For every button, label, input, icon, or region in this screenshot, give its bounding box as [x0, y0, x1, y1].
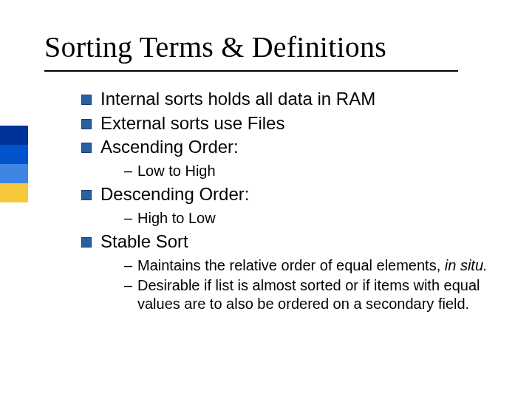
- title-underline: [44, 70, 458, 72]
- sub-list: Maintains the relative order of equal el…: [124, 256, 495, 313]
- slide-title: Sorting Terms & Definitions: [44, 30, 491, 64]
- bullet-text: Descending Order:: [100, 184, 249, 204]
- sub-item: Low to High: [124, 162, 495, 180]
- stripe-3: [0, 164, 28, 183]
- sub-item: Desirable if list is almost sorted or if…: [124, 276, 495, 313]
- stripe-1: [0, 126, 28, 145]
- sub-list: High to Low: [124, 209, 495, 228]
- sub-text: Desirable if list is almost sorted or if…: [137, 277, 480, 312]
- sub-item: High to Low: [124, 209, 495, 228]
- slide-content: Internal sorts holds all data in RAM Ext…: [81, 88, 495, 313]
- bullet-list: Internal sorts holds all data in RAM Ext…: [81, 88, 495, 313]
- decorative-stripes: [0, 126, 28, 202]
- bullet-text: Stable Sort: [100, 231, 188, 251]
- sub-list: Low to High: [124, 162, 495, 180]
- sub-text: Maintains the relative order of equal el…: [137, 257, 445, 273]
- bullet-item: Internal sorts holds all data in RAM: [81, 88, 495, 111]
- bullet-item: External sorts use Files: [81, 112, 495, 135]
- sub-text: High to Low: [137, 210, 216, 226]
- stripe-2: [0, 145, 28, 164]
- sub-item: Maintains the relative order of equal el…: [124, 256, 495, 275]
- slide: Sorting Terms & Definitions Internal sor…: [0, 0, 532, 399]
- bullet-text: External sorts use Files: [100, 113, 284, 133]
- bullet-item: Stable Sort Maintains the relative order…: [81, 231, 495, 313]
- bullet-item: Descending Order: High to Low: [81, 183, 495, 228]
- bullet-text: Internal sorts holds all data in RAM: [100, 89, 375, 109]
- bullet-item: Ascending Order: Low to High: [81, 136, 495, 180]
- sub-text-italic: in situ.: [445, 257, 488, 273]
- bullet-text: Ascending Order:: [100, 137, 239, 157]
- sub-text: Low to High: [137, 163, 216, 179]
- stripe-4: [0, 183, 28, 202]
